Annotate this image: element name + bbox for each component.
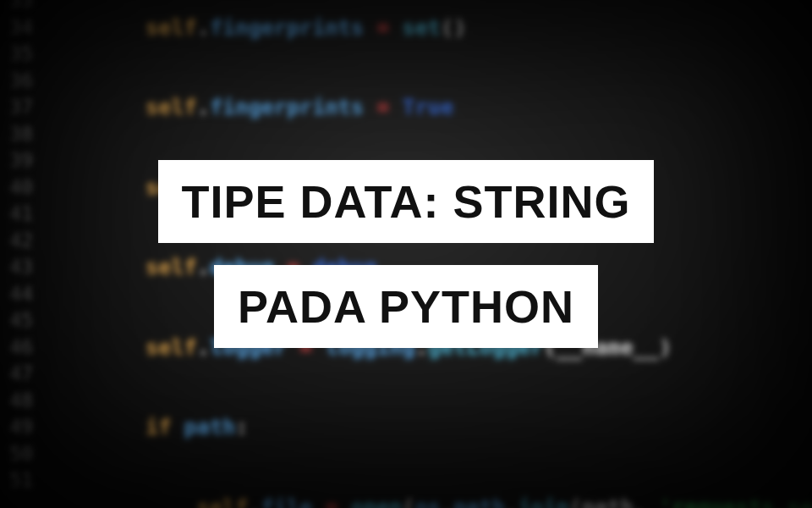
title-line-2: PADA PYTHON xyxy=(214,265,598,348)
title-line-1: TIPE DATA: STRING xyxy=(158,160,655,243)
title-overlay: TIPE DATA: STRING PADA PYTHON xyxy=(0,0,812,508)
